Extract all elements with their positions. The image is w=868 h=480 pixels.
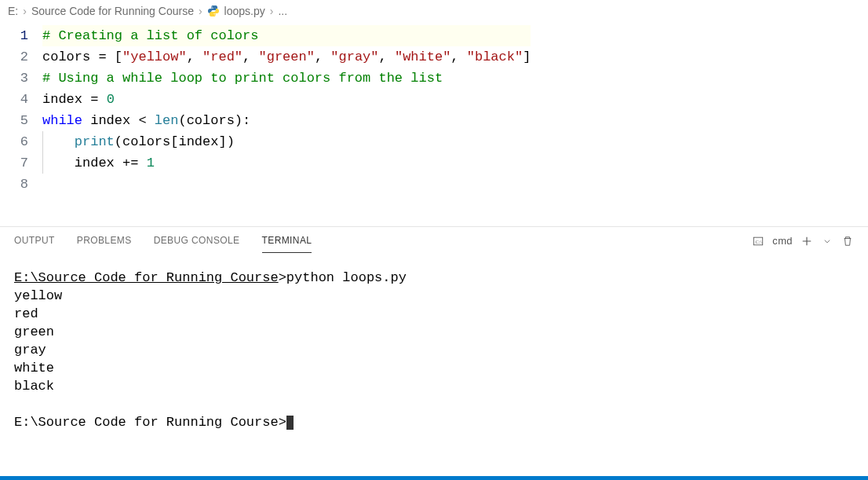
tab-problems[interactable]: PROBLEMS (77, 229, 132, 253)
terminal-output-line: yellow (14, 287, 854, 305)
chevron-right-icon: › (270, 5, 274, 17)
terminal-command: python loops.py (286, 270, 407, 285)
breadcrumb-drive[interactable]: E: (8, 5, 18, 17)
terminal-shell-label[interactable]: cmd (772, 235, 793, 247)
terminal-output-line: green (14, 323, 854, 341)
line-number: 1 (0, 25, 28, 46)
terminal-output-line: gray (14, 341, 854, 359)
breadcrumb-symbol[interactable]: ... (278, 5, 287, 17)
status-bar (0, 476, 868, 480)
new-terminal-icon[interactable] (801, 235, 813, 247)
tab-terminal[interactable]: TERMINAL (262, 229, 312, 253)
code-line[interactable]: print(colors[index]) (42, 131, 531, 152)
terminal-output-line: white (14, 359, 854, 377)
terminal-output-line: red (14, 305, 854, 323)
line-number: 4 (0, 89, 28, 110)
trash-icon[interactable] (841, 235, 854, 247)
terminal-cursor (286, 416, 294, 430)
code-line[interactable]: colors = ["yellow", "red", "green", "gra… (42, 46, 531, 68)
code-line[interactable]: index += 1 (42, 152, 531, 174)
terminal-content[interactable]: E:\Source Code for Running Course>python… (0, 255, 868, 476)
tab-debug-console[interactable]: DEBUG CONSOLE (154, 229, 240, 253)
line-number: 2 (0, 46, 28, 68)
svg-text:C:\: C:\ (756, 239, 763, 244)
breadcrumb-folder[interactable]: Source Code for Running Course (31, 5, 194, 17)
chevron-right-icon: › (23, 5, 27, 17)
chevron-right-icon: › (199, 5, 202, 17)
terminal-prompt-path: E:\Source Code for Running Course (14, 270, 279, 285)
code-content[interactable]: # Creating a list of colorscolors = ["ye… (42, 25, 531, 195)
line-number: 6 (0, 131, 28, 152)
terminal-output-line: black (14, 377, 854, 395)
line-number: 7 (0, 152, 28, 174)
terminal-prompt-path: E:\Source Code for Running Course (14, 415, 279, 430)
breadcrumb: E: › Source Code for Running Course › lo… (0, 0, 868, 22)
line-number: 3 (0, 68, 28, 89)
code-line[interactable]: index = 0 (42, 89, 531, 110)
code-line[interactable]: # Creating a list of colors (42, 25, 531, 46)
code-line[interactable]: while index < len(colors): (42, 110, 531, 131)
breadcrumb-file[interactable]: loops.py (224, 5, 265, 17)
bottom-panel: OUTPUT PROBLEMS DEBUG CONSOLE TERMINAL C… (0, 226, 868, 476)
chevron-down-icon[interactable] (821, 235, 833, 247)
code-line[interactable]: # Using a while loop to print colors fro… (42, 68, 531, 89)
line-number-gutter: 12345678 (0, 25, 42, 195)
code-editor[interactable]: 12345678 # Creating a list of colorscolo… (0, 22, 868, 195)
line-number: 8 (0, 174, 28, 195)
terminal-profile-icon[interactable]: C:\ (752, 235, 764, 247)
line-number: 5 (0, 110, 28, 131)
tab-output[interactable]: OUTPUT (14, 229, 55, 253)
panel-tabs: OUTPUT PROBLEMS DEBUG CONSOLE TERMINAL C… (0, 227, 868, 255)
python-file-icon (207, 5, 220, 17)
